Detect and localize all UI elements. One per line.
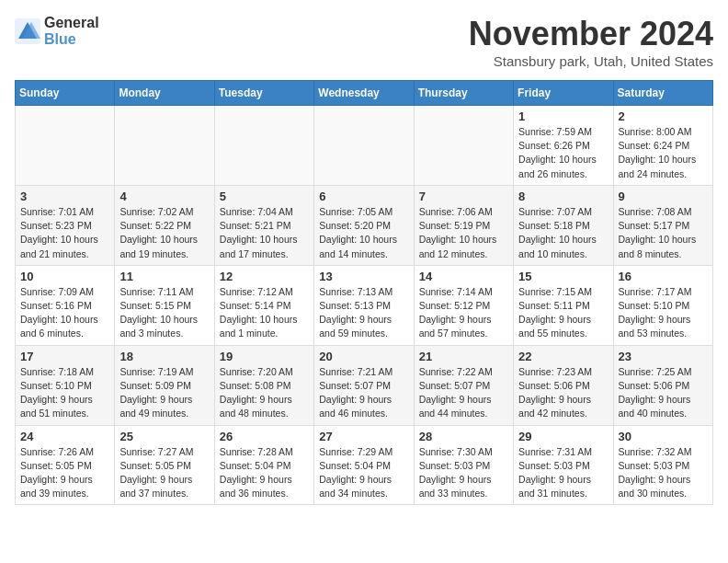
calendar-cell: 29Sunrise: 7:31 AM Sunset: 5:03 PM Dayli… — [514, 425, 613, 505]
day-number: 20 — [319, 350, 408, 363]
calendar-cell: 15Sunrise: 7:15 AM Sunset: 5:11 PM Dayli… — [514, 265, 613, 345]
day-info: Sunrise: 7:25 AM Sunset: 5:06 PM Dayligh… — [619, 365, 708, 421]
day-number: 18 — [119, 350, 209, 363]
calendar-cell: 24Sunrise: 7:26 AM Sunset: 5:05 PM Dayli… — [16, 425, 115, 505]
day-number: 24 — [20, 430, 109, 443]
weekday-header-friday: Friday — [514, 81, 613, 106]
day-number: 4 — [119, 190, 209, 203]
day-info: Sunrise: 7:19 AM Sunset: 5:09 PM Dayligh… — [119, 365, 209, 421]
day-number: 3 — [20, 190, 109, 203]
day-info: Sunrise: 7:06 AM Sunset: 5:19 PM Dayligh… — [419, 205, 508, 261]
day-info: Sunrise: 7:32 AM Sunset: 5:03 PM Dayligh… — [619, 445, 708, 501]
day-info: Sunrise: 7:18 AM Sunset: 5:10 PM Dayligh… — [20, 365, 109, 421]
calendar-cell: 19Sunrise: 7:20 AM Sunset: 5:08 PM Dayli… — [214, 345, 313, 425]
day-number: 11 — [119, 270, 209, 283]
calendar-week-3: 10Sunrise: 7:09 AM Sunset: 5:16 PM Dayli… — [16, 265, 713, 345]
calendar-week-2: 3Sunrise: 7:01 AM Sunset: 5:23 PM Daylig… — [16, 185, 713, 265]
day-info: Sunrise: 7:04 AM Sunset: 5:21 PM Dayligh… — [220, 205, 309, 261]
calendar-cell: 26Sunrise: 7:28 AM Sunset: 5:04 PM Dayli… — [214, 425, 313, 505]
day-info: Sunrise: 7:59 AM Sunset: 6:26 PM Dayligh… — [518, 125, 608, 181]
day-number: 14 — [419, 270, 508, 283]
day-number: 19 — [220, 350, 309, 363]
calendar-cell: 7Sunrise: 7:06 AM Sunset: 5:19 PM Daylig… — [414, 185, 513, 265]
calendar-week-5: 24Sunrise: 7:26 AM Sunset: 5:05 PM Dayli… — [16, 425, 713, 505]
calendar-cell: 14Sunrise: 7:14 AM Sunset: 5:12 PM Dayli… — [414, 265, 513, 345]
calendar-cell: 4Sunrise: 7:02 AM Sunset: 5:22 PM Daylig… — [115, 185, 214, 265]
day-info: Sunrise: 7:29 AM Sunset: 5:04 PM Dayligh… — [319, 445, 408, 501]
day-number: 9 — [619, 190, 708, 203]
day-info: Sunrise: 7:07 AM Sunset: 5:18 PM Dayligh… — [518, 205, 608, 261]
day-info: Sunrise: 7:28 AM Sunset: 5:04 PM Dayligh… — [220, 445, 309, 501]
day-info: Sunrise: 7:31 AM Sunset: 5:03 PM Dayligh… — [518, 445, 608, 501]
day-number: 21 — [419, 350, 508, 363]
weekday-header-monday: Monday — [115, 81, 214, 106]
calendar-cell — [214, 106, 313, 186]
calendar-cell: 1Sunrise: 7:59 AM Sunset: 6:26 PM Daylig… — [514, 106, 613, 186]
location-title: Stansbury park, Utah, United States — [469, 53, 713, 69]
calendar: SundayMondayTuesdayWednesdayThursdayFrid… — [15, 80, 713, 505]
weekday-header-thursday: Thursday — [414, 81, 513, 106]
calendar-cell: 23Sunrise: 7:25 AM Sunset: 5:06 PM Dayli… — [613, 345, 712, 425]
day-info: Sunrise: 7:12 AM Sunset: 5:14 PM Dayligh… — [220, 285, 309, 341]
day-info: Sunrise: 7:15 AM Sunset: 5:11 PM Dayligh… — [518, 285, 608, 341]
day-info: Sunrise: 7:26 AM Sunset: 5:05 PM Dayligh… — [20, 445, 109, 501]
day-number: 10 — [20, 270, 109, 283]
day-info: Sunrise: 7:27 AM Sunset: 5:05 PM Dayligh… — [119, 445, 209, 501]
day-number: 23 — [619, 350, 708, 363]
day-info: Sunrise: 7:01 AM Sunset: 5:23 PM Dayligh… — [20, 205, 109, 261]
weekday-header-saturday: Saturday — [613, 81, 712, 106]
day-info: Sunrise: 7:20 AM Sunset: 5:08 PM Dayligh… — [220, 365, 309, 421]
day-number: 1 — [518, 109, 608, 123]
day-number: 15 — [518, 270, 608, 283]
day-info: Sunrise: 8:00 AM Sunset: 6:24 PM Dayligh… — [619, 125, 708, 181]
calendar-cell: 3Sunrise: 7:01 AM Sunset: 5:23 PM Daylig… — [16, 185, 115, 265]
day-number: 27 — [319, 430, 408, 443]
day-number: 5 — [220, 190, 309, 203]
calendar-cell: 12Sunrise: 7:12 AM Sunset: 5:14 PM Dayli… — [214, 265, 313, 345]
day-info: Sunrise: 7:11 AM Sunset: 5:15 PM Dayligh… — [119, 285, 209, 341]
day-info: Sunrise: 7:09 AM Sunset: 5:16 PM Dayligh… — [20, 285, 109, 341]
day-info: Sunrise: 7:21 AM Sunset: 5:07 PM Dayligh… — [319, 365, 408, 421]
day-number: 26 — [220, 430, 309, 443]
day-info: Sunrise: 7:22 AM Sunset: 5:07 PM Dayligh… — [419, 365, 508, 421]
calendar-cell: 28Sunrise: 7:30 AM Sunset: 5:03 PM Dayli… — [414, 425, 513, 505]
day-info: Sunrise: 7:17 AM Sunset: 5:10 PM Dayligh… — [619, 285, 708, 341]
calendar-cell: 17Sunrise: 7:18 AM Sunset: 5:10 PM Dayli… — [16, 345, 115, 425]
weekday-header-sunday: Sunday — [16, 81, 115, 106]
day-info: Sunrise: 7:14 AM Sunset: 5:12 PM Dayligh… — [419, 285, 508, 341]
calendar-cell: 20Sunrise: 7:21 AM Sunset: 5:07 PM Dayli… — [314, 345, 414, 425]
calendar-cell: 11Sunrise: 7:11 AM Sunset: 5:15 PM Dayli… — [115, 265, 214, 345]
day-number: 28 — [419, 430, 508, 443]
calendar-cell: 30Sunrise: 7:32 AM Sunset: 5:03 PM Dayli… — [613, 425, 712, 505]
weekday-header-tuesday: Tuesday — [214, 81, 313, 106]
calendar-cell: 22Sunrise: 7:23 AM Sunset: 5:06 PM Dayli… — [514, 345, 613, 425]
day-info: Sunrise: 7:23 AM Sunset: 5:06 PM Dayligh… — [518, 365, 608, 421]
calendar-cell: 2Sunrise: 8:00 AM Sunset: 6:24 PM Daylig… — [613, 106, 712, 186]
day-info: Sunrise: 7:08 AM Sunset: 5:17 PM Dayligh… — [619, 205, 708, 261]
calendar-cell: 9Sunrise: 7:08 AM Sunset: 5:17 PM Daylig… — [613, 185, 712, 265]
day-info: Sunrise: 7:13 AM Sunset: 5:13 PM Dayligh… — [319, 285, 408, 341]
calendar-week-4: 17Sunrise: 7:18 AM Sunset: 5:10 PM Dayli… — [16, 345, 713, 425]
calendar-week-1: 1Sunrise: 7:59 AM Sunset: 6:26 PM Daylig… — [16, 106, 713, 186]
day-number: 29 — [518, 430, 608, 443]
day-info: Sunrise: 7:30 AM Sunset: 5:03 PM Dayligh… — [419, 445, 508, 501]
day-number: 17 — [20, 350, 109, 363]
calendar-cell — [414, 106, 513, 186]
month-title: November 2024 — [469, 15, 713, 53]
calendar-cell: 8Sunrise: 7:07 AM Sunset: 5:18 PM Daylig… — [514, 185, 613, 265]
day-number: 8 — [518, 190, 608, 203]
day-info: Sunrise: 7:05 AM Sunset: 5:20 PM Dayligh… — [319, 205, 408, 261]
day-number: 12 — [220, 270, 309, 283]
day-info: Sunrise: 7:02 AM Sunset: 5:22 PM Dayligh… — [119, 205, 209, 261]
calendar-cell: 27Sunrise: 7:29 AM Sunset: 5:04 PM Dayli… — [314, 425, 414, 505]
calendar-cell — [16, 106, 115, 186]
day-number: 25 — [119, 430, 209, 443]
day-number: 16 — [619, 270, 708, 283]
day-number: 7 — [419, 190, 508, 203]
day-number: 13 — [319, 270, 408, 283]
calendar-cell: 25Sunrise: 7:27 AM Sunset: 5:05 PM Dayli… — [115, 425, 214, 505]
logo-blue: Blue — [44, 31, 76, 47]
logo: General Blue — [15, 15, 99, 47]
day-number: 22 — [518, 350, 608, 363]
title-area: November 2024 Stansbury park, Utah, Unit… — [469, 15, 713, 69]
